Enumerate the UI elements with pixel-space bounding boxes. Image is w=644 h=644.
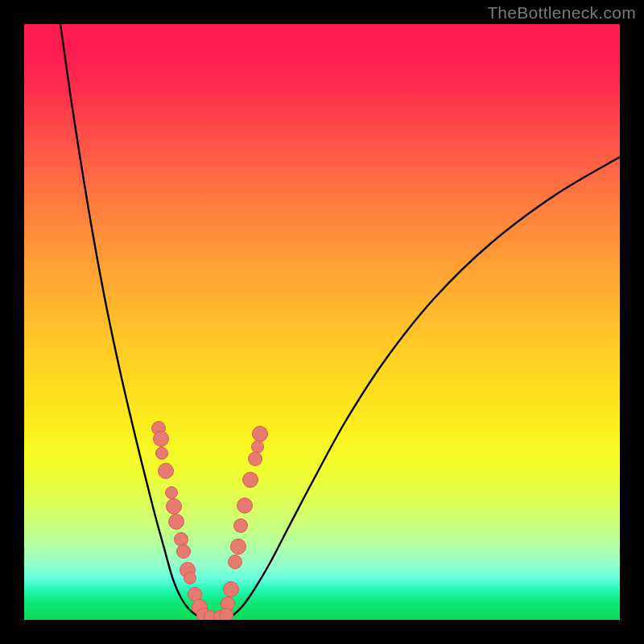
bead-left	[158, 463, 174, 479]
bead-right	[242, 472, 258, 488]
bead-bottom	[219, 608, 233, 620]
bead-left	[153, 431, 169, 447]
bead-left	[176, 544, 191, 559]
watermark-text: TheBottleneck.com	[487, 3, 636, 23]
left-curve	[60, 24, 203, 618]
bead-left	[166, 498, 182, 514]
bead-left	[184, 572, 196, 584]
bead-right	[252, 426, 268, 442]
bead-right	[223, 581, 239, 597]
bead-left	[168, 514, 184, 530]
bead-left	[155, 447, 168, 460]
bead-left	[165, 486, 178, 499]
curves-layer	[24, 24, 620, 620]
bead-right	[233, 518, 248, 533]
bead-right	[237, 497, 253, 514]
chart-frame: TheBottleneck.com	[0, 0, 644, 644]
plot-area	[24, 24, 620, 620]
bead-right	[228, 555, 242, 569]
bead-right	[248, 452, 262, 466]
bead-right	[230, 539, 246, 555]
right-curve	[227, 157, 620, 618]
